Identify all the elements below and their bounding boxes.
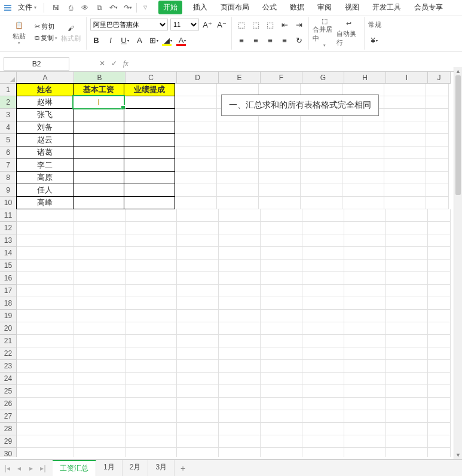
cell-J8[interactable] bbox=[426, 172, 449, 184]
cell-F17[interactable] bbox=[261, 285, 302, 297]
sheet-tab-3[interactable]: 3月 bbox=[148, 460, 175, 476]
cell-B2[interactable]: I bbox=[73, 96, 124, 109]
cell-H5[interactable] bbox=[342, 134, 384, 147]
cell-I23[interactable] bbox=[386, 360, 428, 373]
next-sheet-icon[interactable]: ▸ bbox=[26, 464, 36, 472]
app-menu-icon[interactable] bbox=[2, 2, 13, 13]
cell-B6[interactable] bbox=[73, 146, 124, 159]
cell-D19[interactable] bbox=[177, 310, 219, 322]
cell-I4[interactable] bbox=[384, 121, 426, 134]
align-middle-icon[interactable]: ⬚ bbox=[250, 19, 262, 30]
cell-G11[interactable] bbox=[302, 209, 344, 222]
cell-I19[interactable] bbox=[386, 310, 428, 322]
fill-color-button[interactable]: ◢▾ bbox=[162, 34, 174, 46]
cell-C25[interactable] bbox=[126, 385, 177, 398]
cell-B5[interactable] bbox=[73, 133, 124, 147]
cell-G18[interactable] bbox=[302, 297, 344, 310]
cell-E8[interactable] bbox=[217, 172, 259, 184]
cell-A8[interactable]: 高原 bbox=[16, 171, 74, 184]
cell-C15[interactable] bbox=[126, 260, 177, 272]
cut-button[interactable]: ✂剪切 bbox=[33, 22, 59, 32]
cell-F8[interactable] bbox=[259, 172, 301, 184]
cell-I9[interactable] bbox=[384, 184, 426, 197]
cell-G8[interactable] bbox=[301, 172, 342, 184]
cell-C4[interactable] bbox=[124, 121, 175, 134]
cell-C16[interactable] bbox=[126, 272, 177, 285]
cell-J22[interactable] bbox=[428, 347, 451, 360]
row-header-7[interactable]: 7 bbox=[0, 159, 17, 172]
wrap-text-button[interactable]: ↩ 自动换行 bbox=[336, 17, 360, 48]
cell-H21[interactable] bbox=[344, 335, 386, 347]
cell-F18[interactable] bbox=[261, 297, 302, 310]
cell-G21[interactable] bbox=[302, 335, 344, 347]
merge-center-button[interactable]: ⬚ 合并居中▾ bbox=[313, 17, 336, 48]
cancel-icon[interactable]: ✕ bbox=[99, 59, 105, 68]
cell-F27[interactable] bbox=[261, 410, 302, 423]
cell-C3[interactable] bbox=[124, 108, 175, 121]
cell-C10[interactable] bbox=[124, 196, 175, 209]
cell-E21[interactable] bbox=[219, 335, 261, 347]
cell-A15[interactable] bbox=[17, 260, 74, 272]
increase-indent-icon[interactable]: ⇥ bbox=[293, 19, 305, 30]
cell-A21[interactable] bbox=[17, 335, 74, 347]
row-header-1[interactable]: 1 bbox=[0, 84, 17, 96]
cell-E13[interactable] bbox=[219, 234, 261, 247]
cell-H29[interactable] bbox=[344, 435, 386, 448]
cell-A11[interactable] bbox=[17, 209, 74, 222]
row-header-26[interactable]: 26 bbox=[0, 398, 17, 410]
cell-I11[interactable] bbox=[386, 209, 428, 222]
strikethrough-button[interactable]: A̶ bbox=[133, 34, 145, 46]
cell-F11[interactable] bbox=[261, 209, 302, 222]
cell-H23[interactable] bbox=[344, 360, 386, 373]
cell-D12[interactable] bbox=[177, 222, 219, 234]
cell-E9[interactable] bbox=[217, 184, 259, 197]
cell-I6[interactable] bbox=[384, 147, 426, 159]
cell-A25[interactable] bbox=[17, 385, 74, 398]
cell-C24[interactable] bbox=[126, 373, 177, 385]
cell-E20[interactable] bbox=[219, 322, 261, 335]
cell-A29[interactable] bbox=[17, 435, 74, 448]
cell-G27[interactable] bbox=[302, 410, 344, 423]
cell-F24[interactable] bbox=[261, 373, 302, 385]
cell-E19[interactable] bbox=[219, 310, 261, 322]
cell-I30[interactable] bbox=[386, 448, 428, 457]
cell-D20[interactable] bbox=[177, 322, 219, 335]
cell-D7[interactable] bbox=[175, 159, 217, 172]
cell-F9[interactable] bbox=[259, 184, 301, 197]
cell-B30[interactable] bbox=[74, 448, 126, 457]
cell-D22[interactable] bbox=[177, 347, 219, 360]
cell-H16[interactable] bbox=[344, 272, 386, 285]
underline-button[interactable]: U▾ bbox=[119, 34, 131, 46]
cell-D3[interactable] bbox=[175, 109, 217, 121]
cell-D18[interactable] bbox=[177, 297, 219, 310]
row-header-11[interactable]: 11 bbox=[0, 209, 17, 222]
cell-C28[interactable] bbox=[126, 423, 177, 435]
ribbon-tab-7[interactable]: 开发工具 bbox=[370, 1, 403, 14]
print-icon[interactable]: ⎙ bbox=[66, 3, 75, 13]
cell-C11[interactable] bbox=[126, 209, 177, 222]
cell-E23[interactable] bbox=[219, 360, 261, 373]
increase-font-icon[interactable]: A⁺ bbox=[201, 19, 213, 30]
cell-E15[interactable] bbox=[219, 260, 261, 272]
cell-E22[interactable] bbox=[219, 347, 261, 360]
cell-F13[interactable] bbox=[261, 234, 302, 247]
cell-A24[interactable] bbox=[17, 373, 74, 385]
cell-A27[interactable] bbox=[17, 410, 74, 423]
cell-J14[interactable] bbox=[428, 247, 451, 260]
cell-I28[interactable] bbox=[386, 423, 428, 435]
cell-D16[interactable] bbox=[177, 272, 219, 285]
cell-A7[interactable]: 李二 bbox=[16, 158, 74, 172]
cell-A12[interactable] bbox=[17, 222, 74, 234]
cell-C19[interactable] bbox=[126, 310, 177, 322]
cell-F21[interactable] bbox=[261, 335, 302, 347]
cell-G20[interactable] bbox=[302, 322, 344, 335]
cell-H22[interactable] bbox=[344, 347, 386, 360]
cell-B13[interactable] bbox=[74, 234, 126, 247]
cell-F15[interactable] bbox=[261, 260, 302, 272]
row-header-16[interactable]: 16 bbox=[0, 272, 17, 285]
cell-B3[interactable] bbox=[73, 108, 124, 121]
cell-D9[interactable] bbox=[175, 184, 217, 197]
cell-H9[interactable] bbox=[342, 184, 384, 197]
cell-J20[interactable] bbox=[428, 322, 451, 335]
ribbon-tab-2[interactable]: 页面布局 bbox=[218, 1, 252, 14]
